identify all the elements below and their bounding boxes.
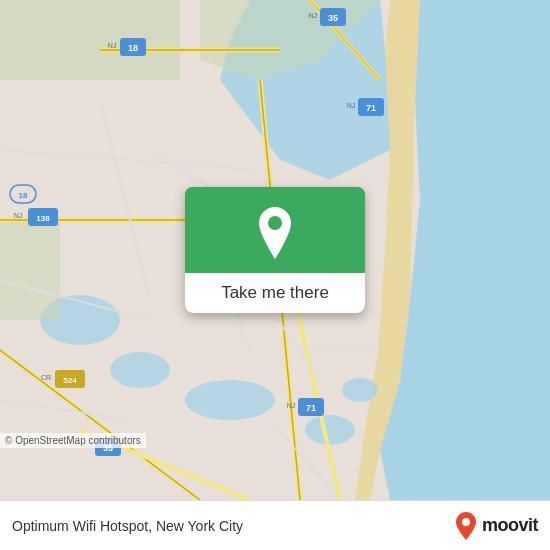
svg-point-4 (110, 352, 170, 388)
svg-text:71: 71 (366, 103, 376, 113)
svg-text:NJ: NJ (108, 42, 117, 49)
svg-text:138: 138 (36, 214, 50, 223)
svg-text:NJ: NJ (309, 12, 318, 19)
svg-text:CR: CR (41, 374, 51, 381)
take-me-there-button[interactable]: Take me there (185, 187, 365, 313)
svg-text:NJ: NJ (287, 402, 296, 409)
svg-text:71: 71 (306, 403, 316, 413)
svg-text:524: 524 (63, 376, 77, 385)
svg-text:18: 18 (19, 191, 28, 200)
map-area: 18 NJ 35 NJ 71 NJ 71 NJ 138 NJ 35 NJ 524… (0, 0, 550, 500)
footer-bar: Optimum Wifi Hotspot, New York City moov… (0, 500, 550, 550)
svg-text:NJ: NJ (347, 102, 356, 109)
svg-text:35: 35 (328, 13, 338, 23)
svg-point-6 (305, 415, 355, 445)
location-pin-icon (253, 207, 297, 259)
moovit-pin-icon (454, 512, 478, 540)
svg-point-7 (342, 378, 378, 402)
svg-point-5 (185, 380, 275, 420)
svg-rect-9 (0, 0, 180, 80)
moovit-brand-name: moovit (482, 515, 538, 536)
cta-label: Take me there (221, 283, 329, 302)
svg-rect-11 (0, 220, 60, 320)
svg-point-59 (268, 216, 282, 230)
cta-icon-area (185, 187, 365, 273)
cta-overlay: Take me there (185, 187, 365, 313)
osm-attribution: © OpenStreetMap contributors (0, 433, 146, 448)
svg-text:NJ: NJ (14, 212, 23, 219)
moovit-logo: moovit (454, 512, 538, 540)
svg-point-60 (462, 518, 470, 526)
cta-label-area: Take me there (185, 273, 365, 313)
svg-text:18: 18 (128, 43, 138, 53)
location-label: Optimum Wifi Hotspot, New York City (12, 518, 446, 534)
